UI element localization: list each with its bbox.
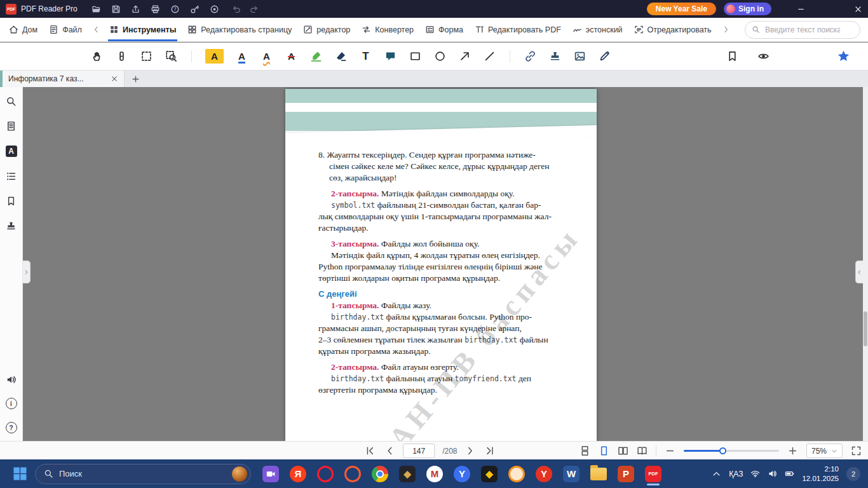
- taskbar-ok-app[interactable]: [507, 461, 526, 487]
- taskbar-diamond-app[interactable]: ◆: [480, 461, 499, 487]
- help[interactable]: ?: [6, 422, 17, 433]
- save-button[interactable]: [111, 4, 121, 14]
- toolbar-search-input[interactable]: [764, 25, 841, 35]
- image-tool[interactable]: [573, 50, 587, 63]
- bookmark-toggle[interactable]: [726, 50, 739, 63]
- info[interactable]: i: [6, 398, 17, 409]
- taskbar-file-explorer[interactable]: [589, 461, 608, 487]
- taskbar-opera[interactable]: [316, 461, 335, 487]
- eraser-tool[interactable]: [334, 50, 348, 63]
- taskbar-opera-gx[interactable]: [343, 461, 362, 487]
- taskbar-powerpoint[interactable]: P: [616, 461, 635, 487]
- two-page-view[interactable]: [618, 445, 628, 456]
- single-page-view[interactable]: [599, 445, 609, 456]
- menu-file[interactable]: Файл: [48, 18, 83, 41]
- sidebar-expand-handle[interactable]: [23, 261, 31, 283]
- menu-edit-page[interactable]: Редактировать страницу: [186, 18, 293, 41]
- print-button[interactable]: [151, 4, 160, 14]
- minimize-button[interactable]: [790, 0, 811, 18]
- favorites[interactable]: [837, 50, 850, 63]
- taskbar-search[interactable]: Поиск: [35, 464, 251, 484]
- strikeout-tool[interactable]: A: [285, 50, 298, 63]
- first-page-button[interactable]: [365, 445, 376, 456]
- tray-expand-icon[interactable]: [712, 469, 721, 478]
- book-view[interactable]: [637, 445, 648, 456]
- record-button[interactable]: [210, 4, 219, 14]
- scrollbar-thumb[interactable]: [864, 311, 867, 346]
- text-tool[interactable]: T: [359, 50, 372, 63]
- taskbar-yandex-start[interactable]: Y: [452, 461, 471, 487]
- link-tool[interactable]: [524, 50, 537, 63]
- outline-panel[interactable]: [6, 171, 17, 182]
- continuous-scroll[interactable]: [580, 445, 590, 456]
- new-tab-button[interactable]: [131, 74, 140, 84]
- undo-button[interactable]: [232, 4, 241, 14]
- taskbar-youtube-app[interactable]: Y: [534, 461, 553, 487]
- taskbar-mail-app[interactable]: М: [425, 461, 444, 487]
- taskbar-word[interactable]: W: [562, 461, 581, 487]
- squiggly-tool[interactable]: A: [260, 50, 273, 63]
- arrow-tool[interactable]: [458, 50, 471, 63]
- zoom-slider[interactable]: [684, 450, 779, 452]
- text-select-tool[interactable]: [115, 50, 128, 63]
- zoom-level-dropdown[interactable]: 75%: [806, 444, 843, 458]
- thumbnail-panel[interactable]: [6, 121, 17, 132]
- tab-close-icon[interactable]: [111, 75, 118, 83]
- share-button[interactable]: [131, 4, 140, 14]
- taskbar-yandex-browser[interactable]: Я: [288, 461, 308, 487]
- wifi-icon[interactable]: [750, 469, 760, 478]
- bookmark-panel[interactable]: [6, 196, 17, 207]
- highlight-tool[interactable]: A: [205, 49, 224, 64]
- snapshot-tool[interactable]: [140, 50, 153, 63]
- sign-in-button[interactable]: Sign in: [724, 3, 771, 15]
- highlighter-tool[interactable]: [309, 50, 323, 63]
- volume-icon[interactable]: [768, 469, 777, 478]
- help-button[interactable]: ?: [170, 4, 180, 14]
- view-settings[interactable]: [757, 50, 770, 63]
- close-button[interactable]: [848, 0, 868, 18]
- redo-button[interactable]: [249, 4, 259, 14]
- vertical-scrollbar[interactable]: [863, 87, 868, 441]
- page-number-input[interactable]: [403, 444, 435, 458]
- toolbar-search[interactable]: [745, 21, 860, 39]
- taskbar-media-app[interactable]: [261, 461, 280, 487]
- keyboard-language[interactable]: ҚАЗ: [729, 470, 743, 478]
- menu-home[interactable]: Дом: [8, 18, 39, 41]
- annotation-panel[interactable]: A: [6, 146, 17, 157]
- menu-scroll-left[interactable]: [92, 25, 100, 34]
- hand-tool[interactable]: [90, 50, 104, 63]
- rectangle-tool[interactable]: [409, 50, 422, 63]
- notification-badge[interactable]: 2: [846, 467, 860, 481]
- zoom-area-tool[interactable]: [165, 50, 178, 63]
- prev-page-button[interactable]: [384, 445, 395, 456]
- taskbar-game-app[interactable]: ◆: [398, 461, 417, 487]
- menu-estonian[interactable]: эстонский: [571, 18, 624, 41]
- menu-edit-pdf[interactable]: Редактировать PDF: [473, 18, 562, 41]
- menu-scroll-right[interactable]: [722, 25, 730, 34]
- search-highlight-icon[interactable]: [232, 466, 247, 482]
- underline-tool[interactable]: A: [235, 50, 248, 63]
- menu-tools[interactable]: Инструменты: [108, 18, 177, 41]
- next-page-button[interactable]: [465, 445, 476, 456]
- stamp-tool[interactable]: [548, 50, 562, 63]
- menu-converter[interactable]: Конвертер: [360, 18, 415, 41]
- new-year-sale-button[interactable]: New Year Sale: [647, 3, 716, 15]
- comment-tool[interactable]: [384, 50, 397, 63]
- right-panel-expand-handle[interactable]: [855, 261, 863, 283]
- stamp-panel[interactable]: [6, 220, 17, 231]
- search-panel[interactable]: [6, 96, 17, 107]
- key-button[interactable]: [190, 4, 200, 14]
- signature-tool[interactable]: [598, 50, 611, 63]
- ellipse-tool[interactable]: [433, 50, 447, 63]
- line-tool[interactable]: [483, 50, 496, 63]
- menu-ocr[interactable]: Отредактировать: [633, 18, 713, 41]
- zoom-in-button[interactable]: [787, 445, 798, 456]
- fit-screen-button[interactable]: [851, 445, 862, 456]
- taskbar-chrome[interactable]: [370, 461, 390, 487]
- zoom-out-button[interactable]: [665, 445, 675, 456]
- menu-editor[interactable]: редактор: [302, 18, 351, 41]
- folder-open-button[interactable]: [92, 4, 101, 14]
- clock[interactable]: 2:10 12.01.2025: [802, 464, 839, 484]
- document-tab[interactable]: Информатика 7 каз...: [3, 71, 125, 87]
- zoom-slider-knob[interactable]: [719, 447, 726, 454]
